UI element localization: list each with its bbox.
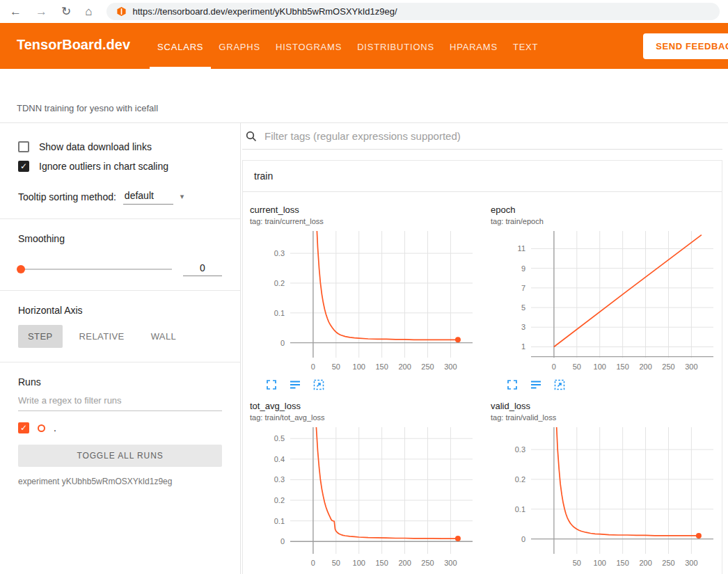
tab-scalars[interactable]: SCALARS [150, 23, 211, 69]
svg-text:100: 100 [594, 362, 606, 371]
chart-plot[interactable]: 00.10.20.350100150200250300 [491, 424, 719, 572]
svg-text:250: 250 [662, 559, 674, 567]
tab-graphs[interactable]: GRAPHS [211, 23, 268, 69]
svg-text:7: 7 [521, 284, 525, 292]
chart-title: tot_avg_loss [250, 401, 478, 413]
fit-domain-icon[interactable] [312, 378, 325, 391]
svg-text:0.1: 0.1 [515, 505, 525, 513]
tab-hparams[interactable]: HPARAMS [442, 23, 505, 69]
chart-card-valid-loss: valid_loss tag: train/valid_loss 00.10.2… [491, 401, 719, 574]
settings-sidebar: ✓ Show data download links ✓ Ignore outl… [0, 123, 241, 574]
app-header: TensorBoard.dev SCALARS GRAPHS HISTOGRAM… [0, 23, 728, 69]
smoothing-value[interactable]: 0 [183, 262, 222, 276]
main-panel: train current_loss tag: train/current_lo… [241, 123, 728, 574]
svg-text:100: 100 [353, 362, 365, 371]
chart-subtitle: tag: train/valid_loss [491, 413, 719, 424]
experiment-note: experiment yKUbhb5wRmOSXYkId1z9eg [18, 477, 222, 486]
svg-text:0.3: 0.3 [274, 475, 285, 484]
horizontal-axis-buttons: STEP RELATIVE WALL [18, 325, 222, 348]
browser-toolbar: ← → ↻ ⌂ https://tensorboard.dev/experime… [0, 0, 728, 23]
ignore-outliers-checkbox[interactable]: ✓ [18, 161, 29, 172]
axis-step-button[interactable]: STEP [18, 325, 63, 348]
svg-text:50: 50 [332, 559, 340, 567]
tab-histograms[interactable]: HISTOGRAMS [268, 23, 349, 69]
fullscreen-icon[interactable] [506, 378, 519, 391]
svg-text:0: 0 [280, 339, 285, 347]
svg-text:250: 250 [662, 362, 674, 371]
chart-title: valid_loss [491, 401, 719, 413]
chart-subtitle: tag: train/tot_avg_loss [250, 413, 478, 424]
brand-logo[interactable]: TensorBoard.dev [17, 37, 130, 69]
address-bar[interactable]: https://tensorboard.dev/experiment/yKUbh… [106, 3, 720, 20]
svg-text:0.3: 0.3 [274, 249, 285, 257]
chart-card-current-loss: current_loss tag: train/current_loss 00.… [250, 205, 478, 394]
runs-filter-input[interactable] [18, 390, 222, 411]
tooltip-sorting-select[interactable]: default [123, 189, 173, 205]
svg-text:300: 300 [685, 362, 697, 371]
svg-text:50: 50 [573, 362, 581, 371]
fullscreen-icon[interactable] [265, 378, 278, 391]
reload-icon[interactable]: ↻ [61, 6, 71, 17]
svg-text:0: 0 [521, 535, 525, 543]
tensorboard-favicon [116, 6, 127, 17]
slider-thumb[interactable] [17, 265, 25, 273]
horizontal-axis-label: Horizontal Axis [18, 305, 222, 316]
svg-text:0.3: 0.3 [515, 445, 525, 454]
charts-grid: current_loss tag: train/current_loss 00.… [243, 192, 722, 574]
smoothing-slider[interactable] [18, 269, 172, 270]
svg-text:200: 200 [398, 559, 411, 567]
svg-text:200: 200 [639, 559, 651, 567]
content: ✓ Show data download links ✓ Ignore outl… [0, 123, 728, 574]
fit-domain-icon[interactable] [553, 378, 566, 391]
chart-subtitle: tag: train/epoch [491, 217, 719, 228]
svg-text:250: 250 [421, 559, 434, 567]
svg-text:0: 0 [311, 559, 315, 567]
svg-text:100: 100 [353, 559, 365, 567]
tooltip-sorting-label: Tooltip sorting method: [18, 191, 116, 202]
train-group-card: train current_loss tag: train/current_lo… [242, 160, 722, 574]
tab-distributions[interactable]: DISTRIBUTIONS [349, 23, 442, 69]
chart-card-tot-avg-loss: tot_avg_loss tag: train/tot_avg_loss 00.… [250, 401, 478, 574]
page: ← → ↻ ⌂ https://tensorboard.dev/experime… [0, 0, 728, 574]
svg-text:200: 200 [398, 362, 411, 371]
svg-text:0.1: 0.1 [274, 517, 285, 525]
chart-plot[interactable]: 00.10.20.3050100150200250300 [250, 228, 478, 376]
send-feedback-button[interactable]: SEND FEEDBACK [643, 33, 728, 59]
axis-wall-button[interactable]: WALL [141, 325, 187, 348]
svg-text:300: 300 [685, 559, 697, 567]
toggle-all-runs-button[interactable]: TOGGLE ALL RUNS [18, 445, 222, 467]
train-group-header[interactable]: train [243, 161, 722, 192]
experiment-title: TDNN training for yesno with icefall [17, 103, 158, 113]
svg-text:0: 0 [280, 537, 285, 545]
forward-icon[interactable]: → [35, 6, 47, 17]
show-download-links-checkbox[interactable]: ✓ [18, 141, 29, 152]
header-tabs: SCALARS GRAPHS HISTOGRAMS DISTRIBUTIONS … [150, 23, 546, 69]
home-icon[interactable]: ⌂ [85, 6, 92, 17]
svg-text:150: 150 [616, 559, 628, 567]
chart-plot[interactable]: 00.10.20.30.40.5050100150200250300 [250, 424, 478, 572]
axis-relative-button[interactable]: RELATIVE [70, 325, 134, 348]
svg-text:50: 50 [332, 362, 340, 371]
svg-text:250: 250 [421, 362, 434, 371]
data-table-icon[interactable] [530, 378, 542, 391]
runs-label: Runs [18, 376, 222, 388]
experiment-bar: TDNN training for yesno with icefall [0, 69, 728, 123]
svg-text:0.2: 0.2 [274, 279, 285, 287]
svg-text:3: 3 [521, 323, 525, 331]
search-icon [245, 130, 258, 143]
tab-text[interactable]: TEXT [505, 23, 546, 69]
svg-text:300: 300 [444, 362, 457, 371]
chart-subtitle: tag: train/current_loss [250, 217, 478, 228]
chart-card-epoch: epoch tag: train/epoch 13579110501001502… [491, 205, 719, 394]
back-icon[interactable]: ← [10, 6, 22, 17]
run-row: ✓ . [18, 422, 222, 433]
chart-plot[interactable]: 1357911050100150200250300 [491, 228, 719, 376]
smoothing-label: Smoothing [18, 233, 222, 244]
run-name: . [54, 422, 56, 433]
svg-text:300: 300 [444, 559, 457, 567]
ignore-outliers-row: ✓ Ignore outliers in chart scaling [18, 161, 222, 172]
svg-text:100: 100 [594, 559, 606, 567]
run-checkbox[interactable]: ✓ [18, 422, 29, 433]
tag-filter-input[interactable] [264, 130, 722, 142]
data-table-icon[interactable] [289, 378, 301, 391]
